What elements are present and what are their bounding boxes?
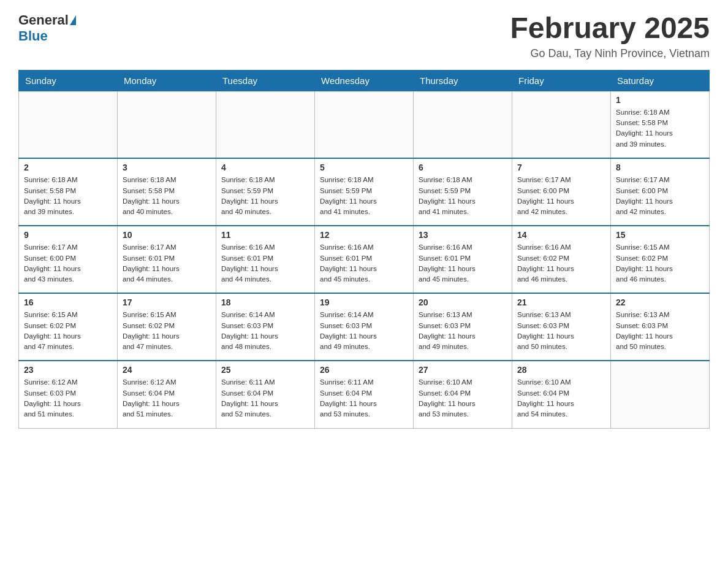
day-number: 18 — [221, 297, 309, 307]
day-info: Sunrise: 6:13 AMSunset: 6:03 PMDaylight:… — [419, 310, 507, 352]
day-info: Sunrise: 6:17 AMSunset: 6:00 PMDaylight:… — [517, 175, 605, 217]
calendar-day-cell — [414, 91, 512, 158]
day-info: Sunrise: 6:18 AMSunset: 5:58 PMDaylight:… — [616, 107, 704, 150]
day-number: 24 — [123, 365, 211, 375]
calendar-day-cell: 23Sunrise: 6:12 AMSunset: 6:03 PMDayligh… — [19, 361, 118, 428]
calendar-day-cell: 24Sunrise: 6:12 AMSunset: 6:04 PMDayligh… — [118, 361, 216, 428]
calendar-day-cell: 17Sunrise: 6:15 AMSunset: 6:02 PMDayligh… — [118, 293, 216, 361]
calendar-week-row: 9Sunrise: 6:17 AMSunset: 6:00 PMDaylight… — [19, 226, 710, 293]
day-info: Sunrise: 6:18 AMSunset: 5:59 PMDaylight:… — [419, 175, 507, 217]
day-of-week-header: Saturday — [611, 70, 710, 91]
calendar-week-row: 2Sunrise: 6:18 AMSunset: 5:58 PMDaylight… — [19, 158, 710, 226]
day-number: 5 — [320, 163, 408, 172]
day-number: 22 — [616, 297, 704, 307]
calendar-day-cell — [611, 361, 710, 428]
day-info: Sunrise: 6:13 AMSunset: 6:03 PMDaylight:… — [517, 310, 605, 352]
day-number: 28 — [517, 365, 605, 375]
calendar-day-cell — [216, 91, 315, 158]
day-info: Sunrise: 6:14 AMSunset: 6:03 PMDaylight:… — [320, 310, 408, 352]
calendar-day-cell: 22Sunrise: 6:13 AMSunset: 6:03 PMDayligh… — [611, 293, 710, 361]
day-of-week-header: Friday — [512, 70, 611, 91]
day-number: 17 — [123, 297, 211, 307]
day-number: 27 — [419, 365, 507, 375]
day-info: Sunrise: 6:18 AMSunset: 5:59 PMDaylight:… — [221, 175, 309, 217]
calendar-day-cell — [512, 91, 611, 158]
day-of-week-header: Sunday — [19, 70, 118, 91]
calendar-week-row: 1Sunrise: 6:18 AMSunset: 5:58 PMDaylight… — [19, 91, 710, 158]
calendar-day-cell: 27Sunrise: 6:10 AMSunset: 6:04 PMDayligh… — [414, 361, 512, 428]
calendar-day-cell: 9Sunrise: 6:17 AMSunset: 6:00 PMDaylight… — [19, 226, 118, 293]
location-text: Go Dau, Tay Ninh Province, Vietnam — [510, 47, 710, 60]
day-number: 4 — [221, 163, 309, 172]
day-info: Sunrise: 6:16 AMSunset: 6:01 PMDaylight:… — [419, 242, 507, 285]
day-number: 12 — [320, 230, 408, 240]
day-number: 14 — [517, 230, 605, 240]
month-title: February 2025 — [510, 12, 710, 45]
day-number: 1 — [616, 95, 704, 105]
logo-triangle-icon — [70, 15, 76, 25]
day-of-week-header: Wednesday — [315, 70, 414, 91]
day-number: 25 — [221, 365, 309, 375]
day-info: Sunrise: 6:17 AMSunset: 6:01 PMDaylight:… — [123, 242, 211, 285]
day-info: Sunrise: 6:13 AMSunset: 6:03 PMDaylight:… — [616, 310, 704, 352]
calendar-week-row: 23Sunrise: 6:12 AMSunset: 6:03 PMDayligh… — [19, 361, 710, 428]
calendar-day-cell: 8Sunrise: 6:17 AMSunset: 6:00 PMDaylight… — [611, 158, 710, 226]
calendar-day-cell: 10Sunrise: 6:17 AMSunset: 6:01 PMDayligh… — [118, 226, 216, 293]
day-number: 2 — [24, 163, 112, 172]
calendar-day-cell: 14Sunrise: 6:16 AMSunset: 6:02 PMDayligh… — [512, 226, 611, 293]
day-of-week-header: Thursday — [414, 70, 512, 91]
day-number: 9 — [24, 230, 112, 240]
day-info: Sunrise: 6:18 AMSunset: 5:58 PMDaylight:… — [24, 175, 112, 217]
day-info: Sunrise: 6:12 AMSunset: 6:04 PMDaylight:… — [123, 377, 211, 419]
day-number: 16 — [24, 297, 112, 307]
day-info: Sunrise: 6:10 AMSunset: 6:04 PMDaylight:… — [419, 377, 507, 419]
day-info: Sunrise: 6:16 AMSunset: 6:01 PMDaylight:… — [320, 242, 408, 285]
day-number: 11 — [221, 230, 309, 240]
day-info: Sunrise: 6:12 AMSunset: 6:03 PMDaylight:… — [24, 377, 112, 419]
day-number: 3 — [123, 163, 211, 172]
calendar-day-cell — [19, 91, 118, 158]
day-info: Sunrise: 6:17 AMSunset: 6:00 PMDaylight:… — [24, 242, 112, 285]
calendar-day-cell: 25Sunrise: 6:11 AMSunset: 6:04 PMDayligh… — [216, 361, 315, 428]
calendar-day-cell — [118, 91, 216, 158]
day-info: Sunrise: 6:18 AMSunset: 5:58 PMDaylight:… — [123, 175, 211, 217]
calendar-day-cell — [315, 91, 414, 158]
calendar-week-row: 16Sunrise: 6:15 AMSunset: 6:02 PMDayligh… — [19, 293, 710, 361]
calendar-header-row: SundayMondayTuesdayWednesdayThursdayFrid… — [19, 70, 710, 91]
title-section: February 2025 Go Dau, Tay Ninh Province,… — [510, 12, 710, 60]
calendar-day-cell: 2Sunrise: 6:18 AMSunset: 5:58 PMDaylight… — [19, 158, 118, 226]
day-info: Sunrise: 6:14 AMSunset: 6:03 PMDaylight:… — [221, 310, 309, 352]
day-number: 26 — [320, 365, 408, 375]
day-info: Sunrise: 6:16 AMSunset: 6:02 PMDaylight:… — [517, 242, 605, 285]
day-info: Sunrise: 6:11 AMSunset: 6:04 PMDaylight:… — [320, 377, 408, 419]
calendar-day-cell: 15Sunrise: 6:15 AMSunset: 6:02 PMDayligh… — [611, 226, 710, 293]
day-number: 19 — [320, 297, 408, 307]
day-number: 23 — [24, 365, 112, 375]
calendar-day-cell: 4Sunrise: 6:18 AMSunset: 5:59 PMDaylight… — [216, 158, 315, 226]
calendar-day-cell: 21Sunrise: 6:13 AMSunset: 6:03 PMDayligh… — [512, 293, 611, 361]
calendar-day-cell: 20Sunrise: 6:13 AMSunset: 6:03 PMDayligh… — [414, 293, 512, 361]
day-number: 20 — [419, 297, 507, 307]
page-header: General Blue February 2025 Go Dau, Tay N… — [18, 12, 710, 60]
logo-general-text: General — [18, 12, 69, 28]
calendar-day-cell: 1Sunrise: 6:18 AMSunset: 5:58 PMDaylight… — [611, 91, 710, 158]
calendar-day-cell: 13Sunrise: 6:16 AMSunset: 6:01 PMDayligh… — [414, 226, 512, 293]
day-number: 13 — [419, 230, 507, 240]
day-info: Sunrise: 6:16 AMSunset: 6:01 PMDaylight:… — [221, 242, 309, 285]
day-number: 7 — [517, 163, 605, 172]
calendar-day-cell: 19Sunrise: 6:14 AMSunset: 6:03 PMDayligh… — [315, 293, 414, 361]
day-info: Sunrise: 6:10 AMSunset: 6:04 PMDaylight:… — [517, 377, 605, 419]
day-info: Sunrise: 6:15 AMSunset: 6:02 PMDaylight:… — [123, 310, 211, 352]
day-of-week-header: Tuesday — [216, 70, 315, 91]
calendar-day-cell: 26Sunrise: 6:11 AMSunset: 6:04 PMDayligh… — [315, 361, 414, 428]
calendar-day-cell: 6Sunrise: 6:18 AMSunset: 5:59 PMDaylight… — [414, 158, 512, 226]
day-number: 6 — [419, 163, 507, 172]
calendar-day-cell: 7Sunrise: 6:17 AMSunset: 6:00 PMDaylight… — [512, 158, 611, 226]
logo-blue-text: Blue — [18, 28, 48, 44]
day-number: 10 — [123, 230, 211, 240]
day-info: Sunrise: 6:11 AMSunset: 6:04 PMDaylight:… — [221, 377, 309, 419]
day-number: 15 — [616, 230, 704, 240]
day-number: 21 — [517, 297, 605, 307]
day-info: Sunrise: 6:17 AMSunset: 6:00 PMDaylight:… — [616, 175, 704, 217]
calendar-day-cell: 28Sunrise: 6:10 AMSunset: 6:04 PMDayligh… — [512, 361, 611, 428]
